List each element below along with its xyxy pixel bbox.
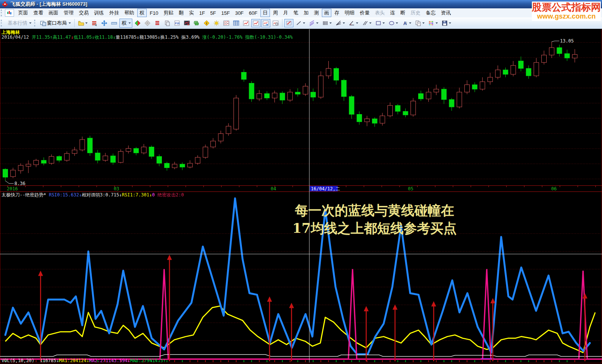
f10-info-button[interactable]: F10 — [172, 19, 182, 27]
menu-item-外挂[interactable]: 外挂 — [107, 9, 121, 17]
diamond2-icon — [135, 20, 141, 26]
angle-tool[interactable] — [347, 19, 360, 27]
vbars-icon — [322, 20, 328, 26]
multi-panel-button[interactable] — [222, 19, 231, 27]
fan-lines-tool[interactable] — [334, 19, 346, 27]
menu-item-翻[interactable]: 翻 — [176, 9, 186, 17]
menu-item-资讯[interactable]: 资讯 — [439, 9, 453, 17]
chart-check-button[interactable] — [182, 19, 191, 27]
ad-banner[interactable]: 股票公式指标网 www.gszx.com.cn — [532, 2, 601, 21]
copy2-icon — [415, 20, 421, 26]
textA-icon: A — [402, 20, 408, 26]
text-tool[interactable]: A — [400, 19, 413, 27]
menu-item-权[interactable]: 权 — [137, 9, 147, 17]
quote-field: 振3.69% — [181, 35, 202, 40]
dropdown-caret-icon — [29, 22, 31, 24]
save-button[interactable] — [440, 19, 453, 27]
quote-field: 指数(-10.31)-0.34% — [245, 35, 293, 40]
move-tool-button[interactable] — [100, 19, 109, 27]
red-bars-button[interactable] — [153, 19, 162, 27]
menu-item-断[interactable]: 断 — [398, 9, 408, 17]
menu-item-30F[interactable]: 30F — [233, 9, 246, 17]
menu-item-连[interactable]: 连 — [388, 9, 397, 17]
child-window-icon[interactable] — [5, 9, 14, 17]
mini-chart-button[interactable] — [241, 19, 251, 27]
window-layout-button[interactable]: 窗口布局 — [39, 19, 72, 28]
low-price-label: 8.36 — [14, 181, 25, 186]
panels-icon — [223, 20, 229, 26]
quote-info-line: 2016/04/12 开11.35↑高11.47↓低11.05↓收11.18↓量… — [2, 34, 293, 41]
parallel-lines-tool[interactable] — [361, 19, 373, 27]
menu-item-15F[interactable]: 15F — [219, 9, 232, 17]
copy-pages-button[interactable] — [163, 19, 172, 27]
menu-item-备忘[interactable]: 备忘 — [423, 9, 438, 17]
vertical-lines-tool[interactable] — [321, 19, 333, 27]
dropdown-caret-icon — [316, 22, 318, 24]
menu-item-周[interactable]: 周 — [271, 9, 280, 17]
menu-item-日[interactable]: 日 — [260, 9, 270, 17]
draw-mode-button[interactable] — [284, 19, 293, 27]
menu-item-测[interactable]: 测 — [312, 9, 321, 17]
app-logo-icon[interactable] — [2, 1, 8, 7]
menu-item-加[interactable]: 加 — [301, 9, 311, 17]
menu-item-5F[interactable]: 5F — [208, 9, 218, 17]
rectangle-tool[interactable] — [374, 19, 386, 27]
green-cards-button[interactable] — [192, 19, 201, 27]
dropdown-caret-icon — [356, 22, 358, 24]
color-dots-tool[interactable] — [427, 19, 439, 27]
quote-field: 收11.18↓ — [95, 35, 116, 40]
svg-text:F10: F10 — [175, 22, 180, 25]
open-folder-button[interactable] — [77, 19, 89, 27]
menu-item-明细[interactable]: 明细 — [342, 9, 357, 17]
menu-item-价量[interactable]: 价量 — [357, 9, 372, 17]
quote-list-button[interactable] — [90, 19, 99, 27]
status-field: MA1:204124↓ — [59, 358, 89, 363]
chart-window-button[interactable] — [251, 19, 260, 27]
duplicate-tool[interactable] — [414, 19, 426, 27]
menu-item-查看[interactable]: 查看 — [31, 9, 45, 17]
annotation-line1: 每一次的蓝线与黄线碰幢在 — [276, 201, 473, 219]
basic-quotes-button[interactable]: 基本行情 — [5, 19, 33, 28]
quote-field: 高11.47 — [53, 35, 71, 40]
quote-field: 换1.25% — [160, 35, 181, 40]
menu-item-存[interactable]: 存 — [332, 9, 342, 17]
menu-item-60F[interactable]: 60F — [247, 9, 260, 17]
menu-item-F10[interactable]: F10 — [147, 9, 160, 17]
warning-button[interactable]: ! — [202, 19, 211, 27]
gray-diamond-button[interactable] — [143, 19, 152, 27]
rights-adjust-button[interactable]: 权 — [119, 19, 132, 28]
menu-item-管理[interactable]: 管理 — [61, 9, 76, 17]
menu-item-表头[interactable]: 表头 — [373, 9, 387, 17]
color-diamond-button[interactable] — [133, 19, 142, 27]
menu-item-画[interactable]: 画 — [322, 9, 331, 17]
menu-item-交易[interactable]: 交易 — [77, 9, 91, 17]
settings-sun-button[interactable] — [212, 19, 221, 27]
indicator-field: 0 — [152, 192, 157, 198]
toolbar-grip[interactable] — [34, 20, 37, 27]
toolbar-grip[interactable] — [1, 20, 4, 27]
channel-tool[interactable] — [307, 19, 320, 27]
trend-line-tool[interactable] — [294, 19, 307, 27]
menu-item-帮助[interactable]: 帮助 — [122, 9, 136, 17]
menu-item-训练[interactable]: 训练 — [92, 9, 106, 17]
menu-item-月[interactable]: 月 — [281, 9, 290, 17]
menu-item-笔[interactable]: 笔 — [291, 9, 301, 17]
f10doc-icon: F10 — [174, 20, 180, 26]
menu-item-画面[interactable]: 画面 — [46, 9, 61, 17]
volume-ma-white-line — [0, 355, 602, 356]
data-table-button[interactable] — [232, 19, 241, 27]
menu-item-页面[interactable]: 页面 — [16, 9, 30, 17]
dropdown-caret-icon — [449, 22, 451, 24]
menu-item-1F[interactable]: 1F — [197, 9, 207, 17]
menu-item-剪贴[interactable]: 剪贴 — [161, 9, 176, 17]
chart-area[interactable]: 上海梅林 2016/04/12 开11.35↑高11.47↓低11.05↓收11… — [0, 29, 602, 364]
menu-grip[interactable] — [1, 9, 4, 16]
line-icon — [296, 20, 302, 26]
measure-ruler-button[interactable] — [110, 19, 119, 27]
ellipse-tool[interactable] — [387, 19, 400, 27]
menu-item-历史[interactable]: 历史 — [408, 9, 423, 17]
menu-item-实[interactable]: 实 — [187, 9, 196, 17]
chart-history-button[interactable] — [271, 19, 280, 27]
axis-date-label: 04 — [271, 186, 276, 191]
chart-forward-button[interactable] — [261, 19, 270, 27]
